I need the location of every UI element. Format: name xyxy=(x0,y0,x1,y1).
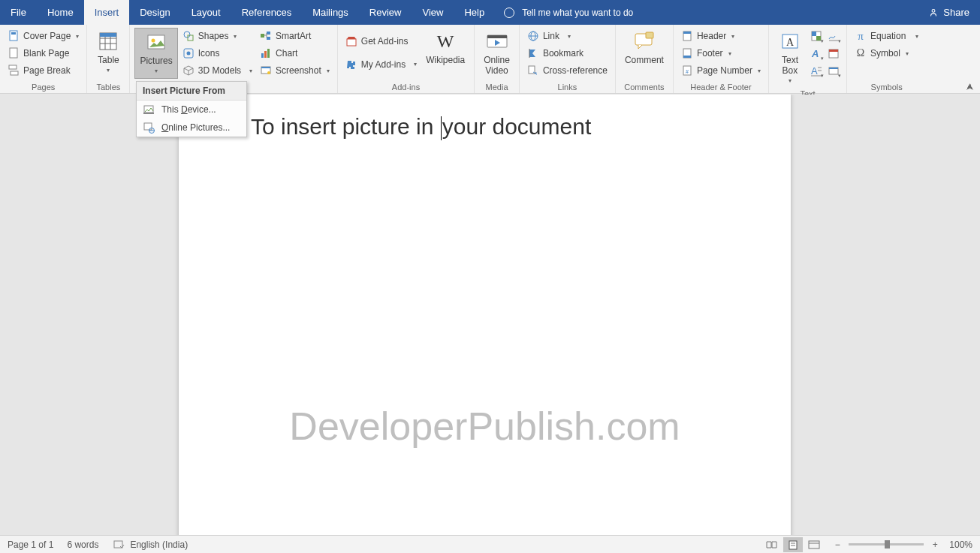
screenshot-label: Screenshot xyxy=(276,65,321,76)
this-device-item[interactable]: This Device... xyxy=(137,101,246,119)
zoom-knob[interactable] xyxy=(885,540,890,548)
tab-home[interactable]: Home xyxy=(37,0,84,25)
page-break-button[interactable]: Page Break xyxy=(5,62,82,79)
group-links: Link▾ Bookmark Cross-reference Links xyxy=(520,25,616,93)
signature-line-button[interactable]: ▾ xyxy=(825,28,842,44)
link-button[interactable]: Link▾ xyxy=(524,28,611,44)
tab-insert[interactable]: Insert xyxy=(84,0,130,25)
collapse-ribbon-button[interactable]: ⮝ xyxy=(966,83,974,91)
group-tables-label: Tables xyxy=(92,81,125,93)
svg-rect-19 xyxy=(267,32,270,35)
group-pages-label: Pages xyxy=(5,81,82,93)
document-area[interactable]: To insert picture in your document Devel… xyxy=(0,95,980,535)
web-layout-icon xyxy=(807,539,821,550)
tab-review[interactable]: Review xyxy=(359,0,412,25)
quick-parts-button[interactable]: ▾ xyxy=(808,28,825,44)
drop-cap-button[interactable]: A▾ xyxy=(808,62,825,79)
object-button[interactable]: ▾ xyxy=(825,62,842,79)
dropdown-icon: ▾ xyxy=(838,38,841,44)
group-addins: Get Add-ins My Add-ins▾ W Wikipedia Add-… xyxy=(338,25,475,93)
tab-mailings[interactable]: Mailings xyxy=(302,0,359,25)
group-media-label: Media xyxy=(479,81,514,93)
page-break-label: Page Break xyxy=(23,65,71,76)
text-box-button[interactable]: A Text Box▾ xyxy=(773,28,807,88)
comment-button[interactable]: Comment xyxy=(620,28,668,67)
share-button[interactable]: Share xyxy=(928,0,969,25)
svg-rect-60 xyxy=(144,123,152,130)
table-button[interactable]: Table ▾ xyxy=(92,28,125,77)
screenshot-button[interactable]: Screenshot▾ xyxy=(257,62,333,79)
header-button[interactable]: Header▾ xyxy=(678,28,764,44)
icons-button[interactable]: Icons xyxy=(179,45,255,62)
tab-layout[interactable]: Layout xyxy=(181,0,231,25)
svg-text:#: # xyxy=(686,69,689,74)
get-addins-button[interactable]: Get Add-ins xyxy=(342,33,420,50)
wordart-button[interactable]: A▾ xyxy=(808,45,825,62)
tab-help[interactable]: Help xyxy=(454,0,495,25)
dropdown-icon: ▾ xyxy=(155,66,158,77)
word-count[interactable]: 6 words xyxy=(67,539,98,550)
tab-view[interactable]: View xyxy=(412,0,454,25)
zoom-level[interactable]: 100% xyxy=(949,539,972,550)
zoom-in-button[interactable]: + xyxy=(930,539,940,550)
link-icon xyxy=(527,30,539,42)
equation-icon: π xyxy=(855,30,867,42)
pictures-button[interactable]: Pictures ▾ xyxy=(134,28,177,79)
equation-button[interactable]: πEquation▾ xyxy=(852,28,921,44)
3d-models-button[interactable]: 3D Models▾ xyxy=(179,62,255,79)
tab-design[interactable]: Design xyxy=(129,0,180,25)
dropdown-icon: ▾ xyxy=(821,73,824,79)
tab-references[interactable]: References xyxy=(231,0,302,25)
svg-rect-1 xyxy=(10,31,17,41)
blank-page-button[interactable]: Blank Page xyxy=(5,45,82,62)
cross-reference-button[interactable]: Cross-reference xyxy=(524,62,611,79)
wikipedia-icon: W xyxy=(433,29,457,53)
print-layout-button[interactable] xyxy=(783,537,803,552)
bookmark-button[interactable]: Bookmark xyxy=(524,45,611,62)
online-video-label: Online Video xyxy=(484,55,510,76)
shapes-icon xyxy=(182,30,194,42)
device-icon xyxy=(143,104,155,116)
chart-button[interactable]: Chart xyxy=(257,45,333,62)
table-icon xyxy=(96,29,120,53)
online-pictures-item[interactable]: Online Pictures... xyxy=(137,119,246,137)
zoom-out-button[interactable]: − xyxy=(832,539,843,550)
tell-me[interactable]: Tell me what you want to do xyxy=(504,0,633,25)
icons-icon xyxy=(182,47,194,59)
wikipedia-button[interactable]: W Wikipedia xyxy=(421,28,469,67)
online-pictures-label: Online Pictures... xyxy=(161,122,230,133)
page-number-icon: # xyxy=(681,65,693,77)
online-video-button[interactable]: Online Video xyxy=(479,28,514,77)
document-page[interactable]: To insert picture in your document Devel… xyxy=(179,95,791,535)
language-indicator[interactable]: English (India) xyxy=(130,539,188,550)
svg-rect-38 xyxy=(683,32,691,34)
screenshot-icon xyxy=(260,65,272,77)
shapes-button[interactable]: Shapes▾ xyxy=(179,28,255,44)
date-time-button[interactable] xyxy=(825,45,842,62)
zoom-slider[interactable] xyxy=(849,543,924,545)
footer-button[interactable]: Footer▾ xyxy=(678,45,764,62)
web-layout-button[interactable] xyxy=(804,537,824,552)
group-text: A Text Box▾ ▾ ▾ A▾ A▾ ▾ Text xyxy=(769,25,847,93)
smartart-icon xyxy=(260,30,272,42)
dropdown-icon: ▾ xyxy=(821,56,824,62)
svg-text:A: A xyxy=(811,65,818,77)
dropdown-icon: ▾ xyxy=(821,38,824,44)
page-number-button[interactable]: #Page Number▾ xyxy=(678,62,764,79)
document-text[interactable]: To insert picture in your document xyxy=(251,114,591,140)
comment-icon xyxy=(632,29,656,53)
symbol-button[interactable]: ΩSymbol▾ xyxy=(852,45,921,62)
read-mode-button[interactable] xyxy=(762,537,782,552)
tab-file[interactable]: File xyxy=(0,0,37,25)
page-indicator[interactable]: Page 1 of 1 xyxy=(8,539,53,550)
my-addins-button[interactable]: My Add-ins▾ xyxy=(342,56,420,73)
read-mode-icon xyxy=(765,539,779,550)
svg-rect-23 xyxy=(267,49,270,58)
dropdown-icon: ▾ xyxy=(234,33,237,40)
spell-check-button[interactable] xyxy=(110,537,129,552)
smartart-button[interactable]: SmartArt xyxy=(257,28,333,44)
svg-rect-59 xyxy=(143,113,154,114)
shapes-label: Shapes xyxy=(198,31,229,41)
cover-page-button[interactable]: Cover Page▾ xyxy=(5,28,82,44)
svg-rect-3 xyxy=(10,48,17,58)
